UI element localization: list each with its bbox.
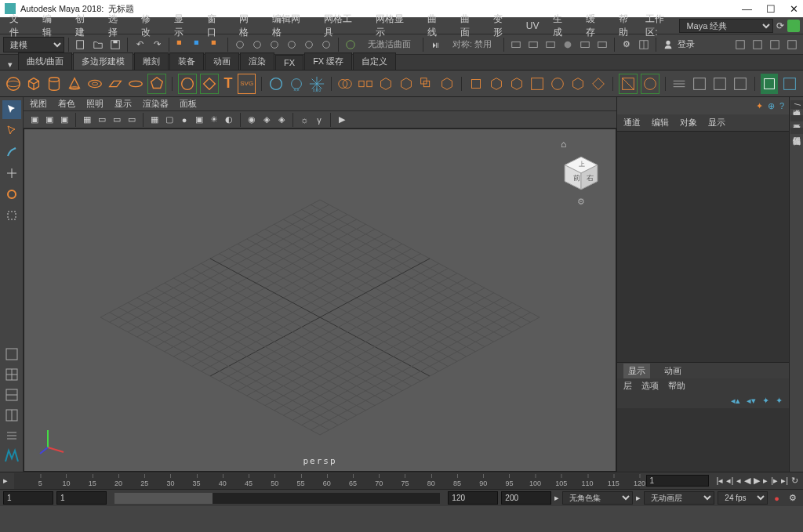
autokey-icon[interactable]: ● — [771, 494, 783, 503]
panel-menu-lighting[interactable]: 照明 — [86, 98, 104, 110]
render-icon[interactable] — [508, 37, 524, 52]
poly-cube-icon[interactable] — [25, 74, 42, 94]
shelf-options-icon[interactable]: ▾ — [3, 60, 17, 70]
exposure-icon[interactable]: ☼ — [298, 114, 311, 126]
tab-channels[interactable]: 通道 — [623, 117, 641, 128]
toggle-tool-settings-icon[interactable] — [767, 37, 783, 52]
xray-joints-icon[interactable]: ◈ — [275, 114, 288, 126]
scale-tool[interactable] — [2, 206, 21, 225]
last-tool[interactable] — [2, 227, 21, 246]
fill-hole-icon[interactable] — [569, 74, 587, 94]
rotate-tool[interactable] — [2, 185, 21, 204]
history-on-icon[interactable]: ⏯ — [427, 37, 443, 52]
anim-end-input[interactable] — [501, 491, 551, 505]
step-forward-icon[interactable]: ▸ — [763, 476, 768, 486]
select-component-icon[interactable] — [208, 37, 223, 52]
tab-show[interactable]: 显示 — [708, 117, 725, 128]
new-empty-layer-icon[interactable]: ✦ — [762, 396, 769, 406]
panel-menu-view[interactable]: 视图 — [30, 98, 47, 110]
gamma-icon[interactable]: γ — [313, 114, 325, 126]
playback-start-input[interactable] — [56, 491, 107, 505]
toggle-panel-icon[interactable] — [636, 37, 652, 52]
snap-grid-icon[interactable] — [232, 37, 248, 52]
light-editor-icon[interactable] — [594, 37, 610, 52]
bridge-icon[interactable] — [488, 74, 505, 94]
fps-dropdown[interactable]: 24 fps — [718, 491, 768, 505]
select-tool[interactable] — [2, 100, 21, 119]
account-icon[interactable] — [660, 37, 676, 52]
step-forward-key-icon[interactable]: |▸ — [771, 476, 778, 486]
poly-pipe-icon[interactable] — [200, 74, 219, 94]
redo-icon[interactable]: ↷ — [149, 37, 165, 52]
snap-plane-icon[interactable] — [284, 37, 300, 52]
shelf-tab-rendering[interactable]: 渲染 — [240, 52, 274, 70]
home-icon[interactable]: ⌂ — [561, 139, 566, 150]
poly-disc-icon[interactable] — [127, 74, 144, 94]
workspace-dropdown[interactable]: Maya 经典 — [679, 19, 773, 33]
combine-icon[interactable] — [336, 74, 354, 94]
poly-torus-icon[interactable] — [86, 74, 104, 94]
poly-sphere-icon[interactable] — [5, 74, 22, 94]
open-scene-icon[interactable] — [90, 37, 106, 52]
wireframe-icon[interactable]: ▢ — [163, 114, 176, 126]
film-gate-icon[interactable]: ▭ — [96, 114, 108, 126]
go-to-start-icon[interactable]: |◂ — [717, 476, 724, 486]
boolean-union-icon[interactable] — [377, 74, 394, 94]
menu-surfaces[interactable]: 曲面 — [454, 11, 485, 41]
anim-start-input[interactable] — [3, 491, 53, 505]
prefs-icon[interactable]: ⚙ — [786, 493, 800, 503]
live-surface-icon[interactable] — [343, 37, 358, 52]
playback-end-input[interactable] — [448, 491, 498, 505]
multi-cut-icon[interactable] — [619, 74, 638, 94]
menu-mesh-display[interactable]: 网格显示 — [369, 11, 420, 41]
undo-icon[interactable]: ↶ — [132, 37, 147, 52]
shelf-tab-sculpt[interactable]: 雕刻 — [134, 52, 169, 70]
smooth-shade-icon[interactable]: ● — [178, 114, 191, 126]
grid-icon[interactable]: ▦ — [148, 114, 161, 126]
extrude-icon[interactable] — [467, 74, 485, 94]
panel-menu-shading[interactable]: 着色 — [58, 98, 75, 110]
play-back-icon[interactable]: ◀ — [744, 476, 750, 486]
channel-box-body[interactable] — [617, 132, 789, 362]
layer-menu-layers[interactable]: 层 — [623, 380, 632, 392]
vtab-channel-box[interactable]: 通道盒/层编辑器 — [790, 100, 803, 109]
tab-object[interactable]: 对象 — [680, 117, 697, 128]
two-pane-v-layout[interactable] — [2, 406, 21, 425]
paint-select-tool[interactable] — [2, 143, 21, 161]
layer-tab-anim[interactable]: 动画 — [659, 364, 686, 378]
loop-icon[interactable]: ↻ — [791, 476, 798, 486]
lasso-tool[interactable] — [2, 121, 21, 140]
snap-view-icon[interactable] — [318, 37, 334, 52]
viewcube-options-icon[interactable]: ⚙ — [577, 197, 585, 207]
step-back-key-icon[interactable]: ◂| — [726, 476, 733, 486]
shelf-tab-fx[interactable]: FX — [275, 55, 303, 70]
menu-uv[interactable]: UV — [520, 19, 546, 33]
range-options-icon[interactable]: ▸ — [554, 493, 559, 503]
connect-icon[interactable] — [711, 74, 729, 94]
vtab-modeling-toolkit[interactable]: 建模工具包 — [790, 115, 803, 121]
soft-select-icon[interactable] — [267, 74, 285, 94]
character-set-dropdown[interactable]: 无角色集 — [562, 491, 633, 505]
freeze-transform-icon[interactable]: x,x — [288, 74, 305, 94]
xray-icon[interactable]: ◈ — [260, 114, 273, 126]
select-hierarchy-icon[interactable] — [173, 37, 189, 52]
toggle-attribute-icon[interactable] — [750, 37, 765, 52]
tab-edit[interactable]: 编辑 — [652, 117, 669, 128]
login-label[interactable]: 登录 — [678, 38, 695, 50]
symmetry-label[interactable]: 对称: 禁用 — [445, 38, 500, 50]
two-pane-layout[interactable] — [2, 385, 21, 404]
four-pane-layout[interactable] — [2, 365, 21, 384]
save-scene-icon[interactable] — [107, 37, 123, 52]
poly-plane-icon[interactable] — [107, 74, 124, 94]
lock-icon[interactable] — [787, 20, 800, 32]
camera-select-icon[interactable]: ▣ — [28, 114, 41, 126]
poly-platonic-icon[interactable] — [147, 74, 166, 94]
viewport-3d[interactable]: ⌂ 前 右 上 ⚙ persp — [24, 128, 616, 472]
charset-options-icon[interactable]: ▸ — [636, 493, 641, 503]
render-settings-icon[interactable] — [543, 37, 558, 52]
shelf-tab-polygons[interactable]: 多边形建模 — [73, 52, 133, 70]
layer-tab-display[interactable]: 显示 — [623, 364, 650, 378]
poly-pyramid-icon[interactable] — [178, 74, 197, 94]
textured-icon[interactable]: ▣ — [193, 114, 205, 126]
poly-type-icon[interactable]: T — [222, 74, 235, 94]
